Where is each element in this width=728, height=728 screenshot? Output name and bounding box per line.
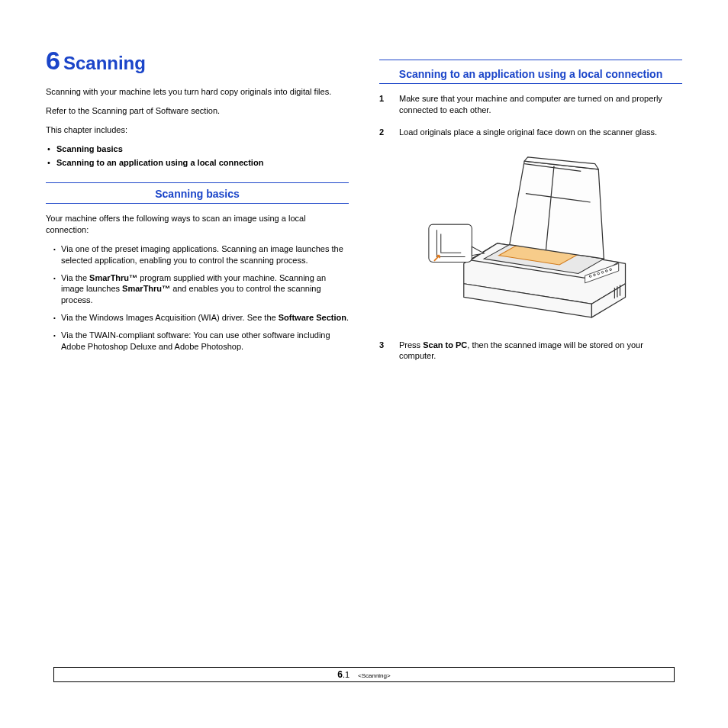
- text-fragment: Press: [399, 340, 423, 350]
- svg-point-10: [589, 275, 591, 277]
- svg-point-11: [593, 274, 595, 276]
- chapter-number: 6: [46, 46, 60, 75]
- chapter-toc: Scanning basics Scanning to an applicati…: [46, 143, 349, 169]
- intro-paragraph-3: This chapter includes:: [46, 124, 349, 136]
- text-strong: Scan to PC: [423, 340, 467, 350]
- basics-bullet-twain: Via the TWAIN-compliant software: You ca…: [46, 330, 349, 353]
- svg-point-12: [597, 272, 599, 275]
- text-fragment: .: [346, 313, 349, 322]
- manual-page: 6Scanning Scanning with your machine let…: [0, 0, 728, 372]
- footer-page-number: .1: [343, 670, 350, 679]
- step-1: Make sure that your machine and computer…: [379, 93, 682, 116]
- right-column: Scanning to an application using a local…: [379, 46, 682, 372]
- footer-section-label: <Scanning>: [358, 672, 391, 679]
- basics-bullet-preset: Via one of the preset imaging applicatio…: [46, 243, 349, 266]
- footer-chapter-number: 6: [337, 669, 343, 680]
- svg-point-13: [601, 271, 604, 273]
- intro-paragraph-1: Scanning with your machine lets you turn…: [46, 86, 349, 98]
- step-3: Press Scan to PC, then the scanned image…: [379, 340, 682, 362]
- step-2: Load originals place a single original f…: [379, 127, 682, 138]
- basics-bullets: Via one of the preset imaging applicatio…: [46, 243, 349, 353]
- toc-item-basics: Scanning basics: [46, 143, 349, 155]
- svg-point-15: [609, 268, 611, 270]
- text-fragment: Via the Windows Images Acquisition (WIA)…: [61, 313, 279, 322]
- svg-point-14: [605, 269, 607, 272]
- local-steps-continued: Press Scan to PC, then the scanned image…: [379, 340, 682, 362]
- section-rule: [379, 60, 682, 60]
- basics-bullet-smarthru: Via the SmarThru™ program supplied with …: [46, 272, 349, 307]
- chapter-name: Scanning: [63, 53, 146, 73]
- text-strong: SmarThru™: [122, 284, 170, 293]
- scanner-icon: [417, 149, 646, 324]
- chapter-title: 6Scanning: [46, 46, 349, 76]
- text-fragment: Via the: [61, 273, 89, 282]
- toc-item-local: Scanning to an application using a local…: [46, 157, 349, 169]
- toc-item-label: Scanning to an application using a local…: [56, 158, 263, 167]
- intro-paragraph-2: Refer to the Scanning part of Software s…: [46, 105, 349, 117]
- text-strong: SmarThru™: [89, 273, 137, 282]
- svg-marker-16: [509, 161, 604, 259]
- section-heading-local: Scanning to an application using a local…: [379, 63, 682, 84]
- basics-lead: Your machine offers the following ways t…: [46, 213, 349, 236]
- section-heading-basics: Scanning basics: [46, 183, 349, 204]
- basics-bullet-wia: Via the Windows Images Acquisition (WIA)…: [46, 312, 349, 324]
- toc-item-label: Scanning basics: [56, 144, 123, 153]
- text-strong: Software Section: [279, 313, 346, 322]
- page-footer: 6.1 <Scanning>: [53, 667, 675, 682]
- scanner-figure: [379, 149, 682, 326]
- local-steps: Make sure that your machine and computer…: [379, 93, 682, 138]
- left-column: 6Scanning Scanning with your machine let…: [46, 46, 349, 372]
